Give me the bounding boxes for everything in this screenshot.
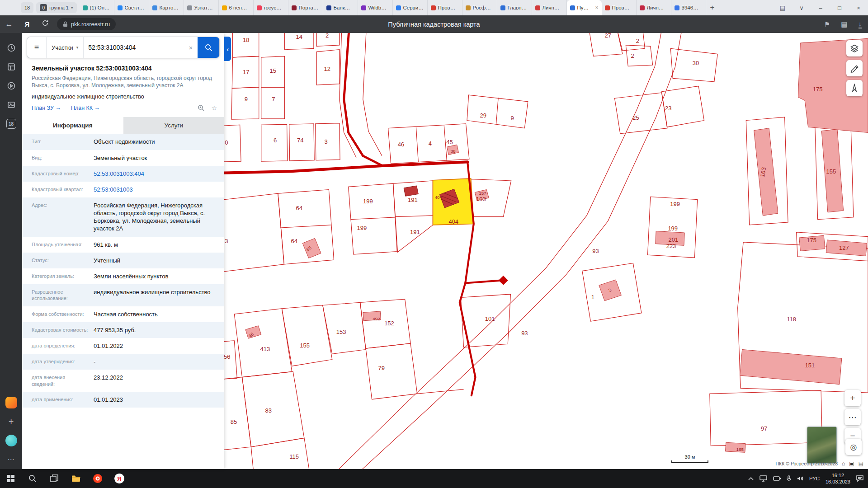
plan-kk-link[interactable]: План КК → (71, 105, 100, 111)
add-app-icon[interactable]: + (0, 412, 22, 431)
history-icon[interactable] (0, 38, 22, 57)
microphone-icon[interactable] (787, 475, 791, 482)
tray-expand-icon[interactable] (748, 477, 754, 480)
search-input[interactable] (84, 37, 184, 58)
browser-tab[interactable]: госус… (254, 0, 288, 15)
parcel-label: 2 (326, 33, 329, 39)
parcel-label: 83 (265, 407, 272, 414)
browser-tab[interactable]: Карто… (149, 0, 184, 15)
browser-tab[interactable]: Банк… (323, 0, 358, 15)
back-button[interactable]: ← (0, 20, 18, 29)
feed-icon[interactable] (0, 57, 22, 76)
cadastral-map[interactable]: 1814217151297067432994644538272230252317… (224, 33, 868, 469)
tab-services[interactable]: Услуги (123, 117, 225, 134)
browser-tab[interactable]: Wildb… (358, 0, 393, 15)
downloads-icon[interactable]: ↓ (859, 20, 862, 28)
collections-icon[interactable]: ▤ (841, 20, 847, 28)
browser-tab[interactable]: Узнат… (184, 0, 219, 15)
browser-tab[interactable]: Порта… (288, 0, 323, 15)
browser-tab[interactable]: Светл… (114, 0, 149, 15)
info-row-label: Вид: (22, 150, 91, 166)
reload-button[interactable] (36, 19, 54, 29)
navigate-button[interactable] (846, 80, 863, 96)
pin-icon[interactable]: ▣ (849, 460, 854, 467)
tab-information[interactable]: Информация (22, 117, 123, 134)
display-icon[interactable] (760, 475, 767, 482)
browser-tab[interactable]: Личн… (637, 0, 671, 15)
plan-zu-link[interactable]: План ЗУ → (32, 105, 61, 111)
tab-close-icon[interactable]: × (595, 5, 598, 11)
clear-search-icon[interactable]: × (184, 37, 198, 58)
close-button[interactable]: × (849, 5, 868, 11)
browser-tab[interactable]: (1) Он… (80, 0, 114, 15)
taskbar-search-icon[interactable] (22, 469, 43, 488)
search-button[interactable] (198, 37, 219, 58)
tab-search-icon[interactable]: ∨ (792, 5, 811, 11)
layers-button[interactable] (846, 40, 863, 56)
taskbar-clock[interactable]: 16:12 16.03.2023 (826, 472, 850, 485)
video-icon[interactable] (0, 76, 22, 95)
start-button[interactable] (0, 469, 22, 488)
browser-tab[interactable]: Росф… (462, 0, 497, 15)
notification-icon[interactable] (856, 475, 863, 482)
address-bar[interactable]: pkk.rosreestr.ru (57, 18, 116, 30)
browser-tab[interactable]: Личн… (532, 0, 567, 15)
language-indicator[interactable]: РУС (809, 476, 820, 481)
search-category-dropdown[interactable]: Участки ▾ (46, 37, 84, 58)
chevron-down-icon: ▾ (76, 45, 79, 50)
maximize-button[interactable]: □ (830, 5, 849, 11)
task-view-icon[interactable] (43, 469, 65, 488)
home-icon[interactable]: ⌂ (842, 460, 845, 467)
favorite-star-icon[interactable]: ☆ (211, 104, 217, 112)
parcel-label: 155 (826, 168, 836, 175)
file-explorer-icon[interactable] (65, 469, 87, 488)
browser-tab[interactable]: Пров… (602, 0, 637, 15)
yandex-start-icon[interactable] (0, 393, 22, 412)
volume-icon[interactable] (797, 476, 803, 481)
parcel-label: 199 (363, 198, 373, 205)
info-row: Тип:Объект недвижимости (22, 134, 224, 150)
minimize-button[interactable]: – (811, 5, 830, 11)
measure-button[interactable] (846, 60, 863, 76)
info-row-label: дата внесения сведений: (22, 370, 91, 392)
frames-icon[interactable]: ▤ (859, 460, 863, 467)
parcel-label: 2 (636, 38, 639, 44)
map-more-button[interactable]: ⋯ (844, 409, 861, 425)
info-row: Вид:Земельный участок (22, 150, 224, 166)
info-row-label: Форма собственности: (22, 306, 91, 322)
tab-groups-tile[interactable]: 18 (0, 114, 22, 133)
info-row-label: Кадастровый квартал: (22, 182, 91, 197)
zoom-to-object-icon[interactable] (198, 104, 205, 112)
new-tab-button[interactable]: + (706, 1, 719, 14)
info-row-value[interactable]: 52:53:0031003:404 (91, 166, 224, 182)
tab-count-chip[interactable]: 18 (21, 2, 33, 13)
yandex-browser-icon[interactable] (87, 469, 108, 488)
battery-icon[interactable] (773, 476, 781, 481)
panel-collapse-button[interactable]: ‹ (224, 37, 231, 61)
bookmark-flag-icon[interactable]: ⚑ (824, 20, 830, 28)
screenshot-icon[interactable] (0, 95, 22, 114)
browser-tab[interactable]: 6 неп… (219, 0, 254, 15)
tab-group-chip[interactable]: 0 группа 1 ▾ (36, 2, 76, 13)
info-row-value[interactable]: 52:53:0031003 (91, 182, 224, 197)
browser-tab[interactable]: 3946… (671, 0, 706, 15)
browser-tab[interactable]: Пу…× (567, 0, 602, 15)
my-location-button[interactable]: ◎ (845, 439, 862, 455)
browser-tab[interactable]: Пров… (428, 0, 462, 15)
info-row-value: Учтенный (91, 253, 224, 268)
parcel-label: 153 (336, 328, 346, 335)
devices-icon[interactable]: ▤ (773, 5, 792, 11)
menu-icon[interactable]: ≡ (27, 37, 46, 58)
yandex-home-button[interactable]: Я (18, 20, 36, 28)
alice-icon[interactable] (0, 431, 22, 450)
browser-tab[interactable]: Серви… (393, 0, 428, 15)
parcel-boundaries (224, 33, 868, 469)
sidebar-more-icon[interactable]: ⋯ (0, 450, 22, 469)
time: 16:12 (826, 472, 850, 479)
zoom-in-button[interactable]: + (844, 390, 861, 406)
browser-tab[interactable]: Главн… (497, 0, 532, 15)
parcel-label: 199 (670, 201, 680, 207)
minimap[interactable] (807, 427, 837, 464)
yandex-icon[interactable]: Я (108, 469, 130, 488)
map-canvas[interactable]: 1814217151297067432994644538272230252317… (224, 33, 868, 469)
